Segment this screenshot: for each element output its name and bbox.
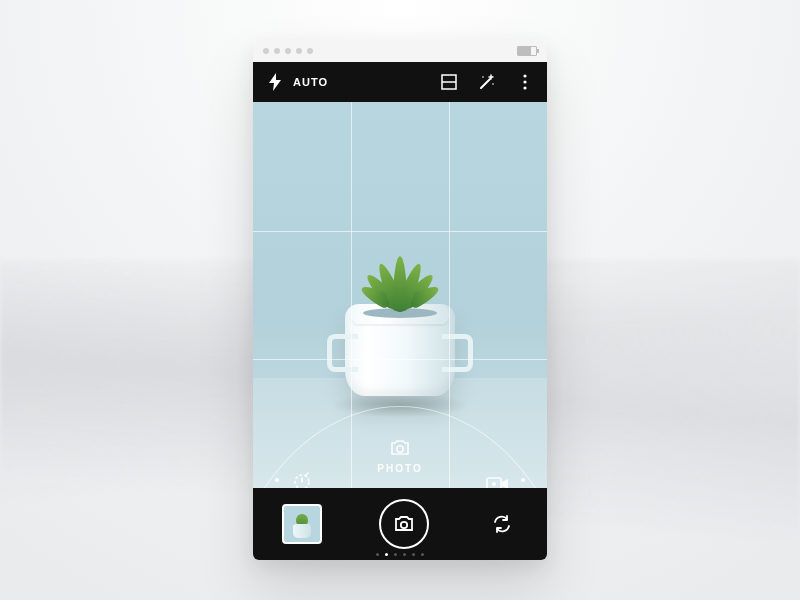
switch-camera-icon (491, 513, 513, 535)
svg-point-2 (482, 76, 484, 78)
svg-point-3 (492, 83, 494, 85)
svg-point-11 (401, 522, 407, 528)
subject-pot (345, 304, 455, 396)
camera-top-bar: AUTO (253, 62, 547, 102)
svg-point-10 (492, 482, 496, 486)
camera-viewfinder[interactable]: PHOTO (253, 102, 547, 488)
svg-point-6 (523, 86, 526, 89)
timer-icon (291, 470, 313, 488)
flash-icon (265, 72, 285, 92)
mode-selector[interactable]: PHOTO (253, 439, 547, 474)
video-icon (486, 476, 510, 488)
svg-point-8 (397, 446, 403, 452)
camera-icon (392, 512, 416, 536)
device-frame: AUTO (253, 40, 547, 560)
mode-photo-label: PHOTO (377, 463, 422, 474)
mode-timer[interactable] (267, 470, 337, 488)
more-vert-icon[interactable] (515, 72, 535, 92)
shutter-button[interactable] (379, 499, 429, 549)
switch-camera-button[interactable] (486, 508, 518, 540)
subject-plant (360, 252, 440, 312)
camera-icon (389, 439, 411, 457)
flash-toggle[interactable]: AUTO (265, 72, 328, 92)
pager-dots (253, 553, 547, 556)
flash-mode-label: AUTO (293, 76, 328, 88)
grid-toggle-icon[interactable] (439, 72, 459, 92)
svg-point-5 (523, 80, 526, 83)
window-dots (263, 48, 313, 54)
gallery-thumbnail[interactable] (282, 504, 322, 544)
battery-indicator (517, 46, 537, 56)
mode-photo[interactable]: PHOTO (365, 439, 435, 474)
magic-wand-icon[interactable] (477, 72, 497, 92)
window-chrome (253, 40, 547, 62)
camera-bottom-bar (253, 488, 547, 560)
svg-point-4 (523, 74, 526, 77)
mode-video[interactable] (463, 476, 533, 488)
